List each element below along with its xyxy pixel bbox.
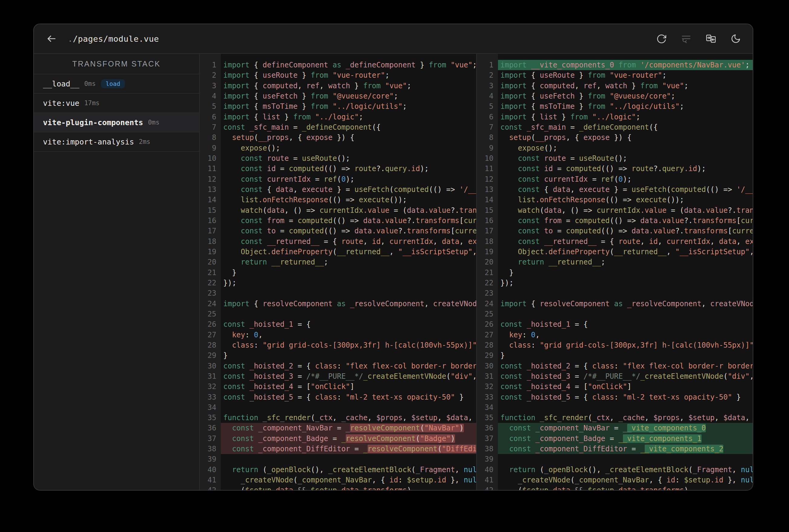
diff-pane-original[interactable]: 1234567891011121314151617181920212223242… <box>200 54 477 490</box>
line-number: 11 <box>477 164 498 174</box>
code-token <box>500 445 509 453</box>
code-token: _sfc_main <box>527 123 566 132</box>
code-token: ( <box>389 185 393 194</box>
code-token: { <box>531 92 540 100</box>
code-token: ); <box>697 165 706 173</box>
sidebar-item-vite-vue[interactable]: vite:vue17ms <box>34 94 199 113</box>
code-token: currentIdx <box>741 216 753 225</box>
line-number: 32 <box>200 381 221 392</box>
diff-pane-transformed[interactable]: 1234567891011121314151617181920212223242… <box>477 54 753 490</box>
code-token: = <box>605 434 618 443</box>
code-token: class <box>315 362 337 370</box>
code-token: ?. <box>654 165 662 173</box>
code-token: , <box>745 414 753 422</box>
code-token: ; <box>745 61 749 69</box>
code-token: , () => <box>562 206 597 215</box>
line-number: 6 <box>477 112 498 122</box>
line-number: 39 <box>477 454 498 464</box>
code-token: _sfc_main <box>250 123 289 132</box>
code-transformed: import __vite_components_0 from '/compon… <box>498 54 753 490</box>
line-number: 27 <box>200 330 221 340</box>
code-token: _createVNode <box>241 476 293 484</box>
code-token: $props <box>377 414 403 422</box>
code-token: } <box>732 393 741 401</box>
code-token: _createElementVNode <box>363 372 446 381</box>
code-line: const _component_DiffEditor = __vite_com… <box>498 444 753 454</box>
sidebar-item--load-[interactable]: __load__0msload <box>34 74 199 94</box>
code-token: $setup <box>245 486 271 490</box>
code-token: "vue-router" <box>332 71 385 79</box>
code-token: __returned__ <box>271 258 324 266</box>
code-token <box>307 486 311 490</box>
code-token: ; <box>385 71 389 79</box>
code-token: id <box>389 476 398 484</box>
code-token: defineComponent <box>262 61 328 69</box>
code-token: watch <box>605 82 627 90</box>
code-line: } <box>498 350 753 361</box>
line-number: 22 <box>200 278 221 288</box>
code-token: __returned__ <box>614 248 666 256</box>
code-token: , null) <box>473 372 476 381</box>
code-token: "../logic" <box>592 113 636 121</box>
code-token: _hoisted_1 <box>250 320 293 328</box>
code-token: execute <box>636 195 666 204</box>
line-number: 38 <box>477 444 498 454</box>
line-number: 15 <box>477 205 498 215</box>
code-token: ; <box>407 82 411 90</box>
code-token: computed <box>566 227 601 235</box>
code-token: query <box>662 165 684 173</box>
code-token: "grid grid-cols-[300px,3fr] h-[calc(100v… <box>540 341 753 349</box>
code-line: import { msToTime } from "../logic/utils… <box>498 101 753 112</box>
code-token: _hoisted_3 <box>250 372 293 381</box>
code-token: ?. <box>451 206 459 215</box>
code-token: const <box>509 445 535 453</box>
code-token: = <box>566 154 579 163</box>
code-token: , <box>363 237 372 246</box>
line-number: 20 <box>200 257 221 267</box>
code-token: ( <box>416 434 420 443</box>
moon-icon[interactable] <box>730 33 741 44</box>
code-token: _component_DiffEditor <box>258 445 350 453</box>
code-token: ( <box>666 185 671 194</box>
line-number: 39 <box>200 454 221 464</box>
code-token: } <box>350 82 363 90</box>
code-token: _component_Badge <box>258 434 328 443</box>
back-button[interactable] <box>45 33 57 45</box>
code-token: , () => <box>285 206 319 215</box>
line-number: 2 <box>477 70 498 80</box>
code-token: createVNode <box>433 300 476 308</box>
code-token: const <box>241 237 267 246</box>
word-wrap-icon[interactable] <box>681 33 692 44</box>
code-line: function _sfc_render(_ctx, _cache, $prop… <box>221 413 476 423</box>
code-token: "@vueuse/core" <box>332 92 393 100</box>
sidebar-item-vite-import-analysis[interactable]: vite:import-analysis2ms <box>34 132 199 152</box>
code-token: Object <box>241 248 267 256</box>
code-token: route <box>632 165 654 173</box>
code-token: (() => <box>706 185 736 194</box>
code-token: "onClick" <box>588 382 627 391</box>
code-token: .data <box>271 486 293 490</box>
code-token: = <box>293 372 306 381</box>
code-token: } <box>298 92 311 100</box>
code-token: , <box>570 185 579 194</box>
refresh-icon[interactable] <box>656 33 667 44</box>
code-token: null <box>464 476 476 484</box>
line-number: 6 <box>200 112 221 122</box>
code-line: import { msToTime } from "../logic/utils… <box>221 101 476 112</box>
side-by-side-diff-icon[interactable] <box>705 33 716 44</box>
code-token: route <box>354 165 377 173</box>
code-token: expose <box>307 133 333 142</box>
code-token <box>500 227 518 235</box>
code-token: useFetch <box>632 185 667 194</box>
code-token: : <box>522 331 531 339</box>
code-token: import <box>223 61 254 69</box>
code-line: const _hoisted_1 = { <box>498 319 753 329</box>
code-token: { <box>254 300 262 308</box>
code-token: const <box>500 362 527 370</box>
code-token: null <box>741 466 753 474</box>
code-token <box>223 133 232 142</box>
code-line <box>221 309 476 319</box>
code-token: list <box>262 113 280 121</box>
sidebar-item-vite-plugin-components[interactable]: vite-plugin-components0ms <box>34 113 199 132</box>
code-token: const <box>232 445 258 453</box>
